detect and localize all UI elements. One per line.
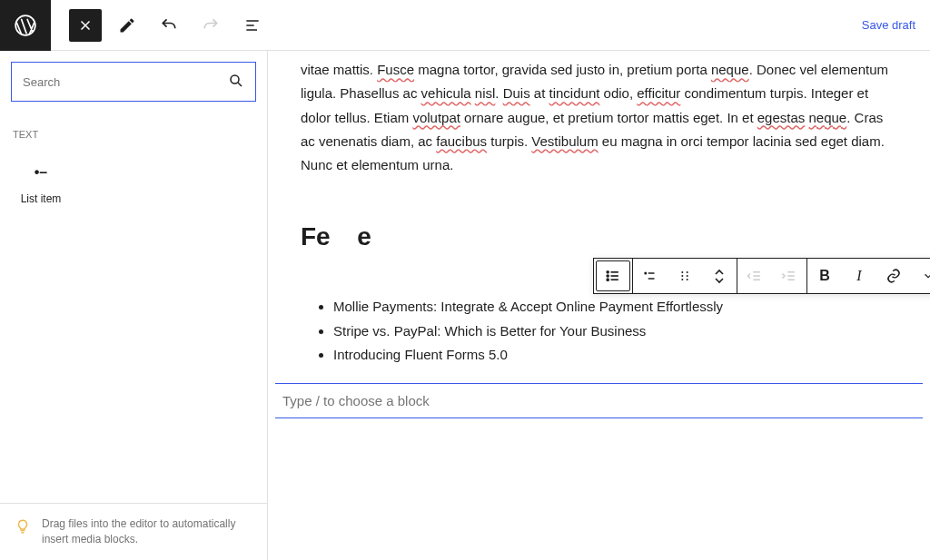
more-rich-text-button[interactable]: [911, 259, 930, 293]
indent-button[interactable]: [772, 259, 806, 293]
svg-point-1: [231, 75, 239, 84]
paragraph-block[interactable]: vitae mattis. Fusce magna tortor, gravid…: [301, 58, 897, 177]
document-overview-button[interactable]: [236, 9, 269, 42]
svg-point-9: [687, 275, 688, 277]
link-button[interactable]: [876, 259, 911, 293]
top-toolbar: Save draft: [0, 0, 930, 51]
drag-handle[interactable]: [668, 259, 702, 293]
search-input[interactable]: [23, 75, 228, 89]
redo-button[interactable]: [194, 9, 227, 42]
edit-tool-button[interactable]: [111, 9, 143, 42]
block-item-list-item[interactable]: •– List item: [0, 147, 82, 220]
close-inserter-button[interactable]: [69, 9, 102, 42]
svg-point-2: [607, 271, 608, 273]
sidebar-section-text: Text: [0, 113, 267, 147]
svg-point-4: [607, 279, 608, 280]
outdent-button[interactable]: [737, 259, 772, 293]
undo-button[interactable]: [153, 9, 185, 42]
list-block[interactable]: Mollie Payments: Integrate & Accept Onli…: [301, 295, 897, 367]
svg-point-5: [645, 272, 647, 274]
svg-point-3: [607, 275, 608, 277]
hint-text: Drag files into the editor to automatica…: [42, 516, 252, 547]
lightbulb-icon: [15, 518, 31, 537]
save-draft-button[interactable]: Save draft: [862, 18, 915, 32]
list-item[interactable]: Mollie Payments: Integrate & Accept Onli…: [333, 295, 897, 319]
svg-point-11: [687, 279, 688, 280]
default-block-appender[interactable]: Type / to choose a block: [275, 383, 923, 418]
search-icon: [228, 73, 244, 92]
editor-canvas[interactable]: vitae mattis. Fusce magna tortor, gravid…: [268, 51, 930, 560]
svg-point-7: [687, 271, 688, 273]
list-item-icon: •–: [35, 162, 48, 183]
heading-partial-right[interactable]: e: [357, 222, 371, 251]
heading-partial-left[interactable]: Fe: [301, 222, 331, 251]
media-hint: Drag files into the editor to automatica…: [0, 503, 267, 560]
block-toolbar: B I: [593, 258, 930, 294]
italic-button[interactable]: I: [842, 259, 876, 293]
list-item[interactable]: Stripe vs. PayPal: Which is Better for Y…: [333, 319, 897, 343]
svg-point-10: [681, 279, 683, 280]
svg-point-6: [681, 271, 683, 273]
block-type-list-button[interactable]: [596, 260, 630, 291]
list-item[interactable]: Introducing Fluent Forms 5.0: [333, 343, 897, 367]
move-up-down-button[interactable]: [702, 259, 737, 293]
list-style-unordered-button[interactable]: [633, 259, 668, 293]
svg-point-8: [681, 275, 683, 277]
block-inserter-sidebar: Text •– List item Drag files into the ed…: [0, 51, 268, 560]
bold-button[interactable]: B: [807, 259, 842, 293]
wordpress-logo[interactable]: [0, 0, 51, 51]
block-item-label: List item: [21, 192, 62, 205]
search-input-wrap[interactable]: [11, 62, 256, 102]
